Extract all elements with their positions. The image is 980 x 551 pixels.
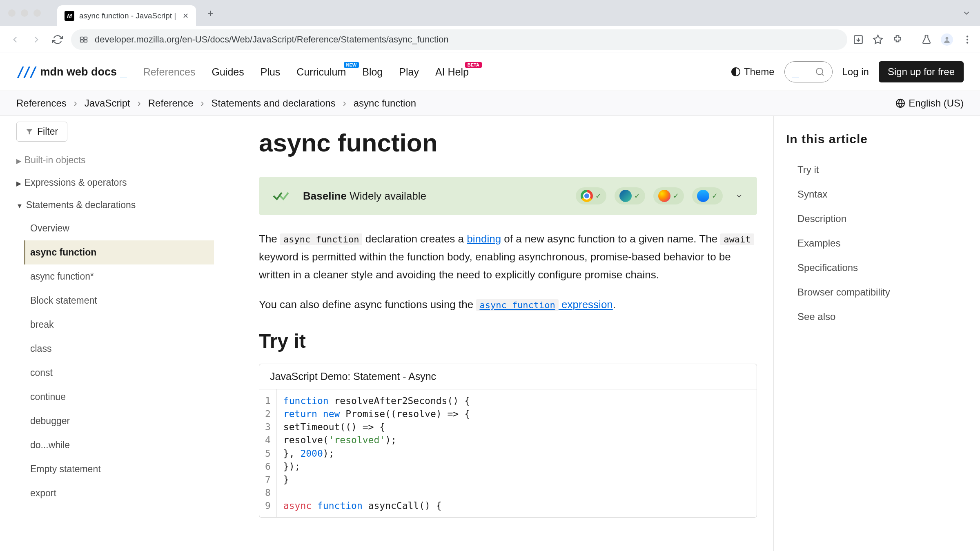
- svg-rect-2: [80, 40, 83, 42]
- nav-curriculum[interactable]: Curriculum NEW: [296, 66, 346, 78]
- svg-point-10: [967, 38, 968, 40]
- address-bar[interactable]: developer.mozilla.org/en-US/docs/Web/Jav…: [71, 29, 847, 50]
- search-button[interactable]: _: [784, 61, 833, 82]
- sidebar-item[interactable]: export: [25, 481, 214, 505]
- sidebar-item[interactable]: async function: [24, 240, 214, 264]
- sidebar-item[interactable]: async function*: [25, 264, 214, 289]
- mdn-logo[interactable]: /// mdn web docs _: [16, 64, 127, 80]
- filter-icon: [26, 128, 33, 136]
- tab-title: async function - JavaScript |: [79, 11, 178, 20]
- extensions-icon[interactable]: [892, 34, 903, 45]
- page-title: async function: [259, 128, 757, 157]
- breadcrumb-bar: References › JavaScript › Reference › St…: [0, 91, 980, 116]
- nav-blog[interactable]: Blog: [362, 66, 383, 78]
- reload-button[interactable]: [50, 32, 65, 47]
- firefox-support: ✓: [653, 187, 684, 204]
- toc-item[interactable]: Syntax: [786, 182, 929, 207]
- tab-overflow-button[interactable]: [962, 9, 980, 18]
- sidebar-section[interactable]: ▶Expressions & operators: [16, 171, 214, 194]
- new-tab-button[interactable]: +: [200, 7, 221, 20]
- maximize-window[interactable]: [33, 9, 41, 17]
- site-settings-icon[interactable]: [79, 35, 88, 44]
- back-button[interactable]: [7, 32, 23, 47]
- breadcrumb: References › JavaScript › Reference › St…: [16, 98, 416, 109]
- edge-support: ✓: [615, 187, 645, 204]
- labs-icon[interactable]: [921, 34, 932, 45]
- expression-link[interactable]: async function expression: [476, 298, 612, 311]
- sidebar-section[interactable]: ▼Statements & declarations: [16, 194, 214, 216]
- sidebar-section[interactable]: ▶Built-in objects: [16, 149, 214, 171]
- sidebar-item[interactable]: class: [25, 337, 214, 361]
- browser-support: ✓ ✓ ✓ ✓: [576, 187, 743, 204]
- close-window[interactable]: [8, 9, 16, 17]
- breadcrumb-item[interactable]: Reference: [148, 98, 194, 109]
- breadcrumb-item[interactable]: Statements and declarations: [212, 98, 336, 109]
- toc-item[interactable]: Browser compatibility: [786, 280, 929, 304]
- mdn-logo-text: mdn web docs: [40, 66, 117, 78]
- sidebar-item[interactable]: Block statement: [25, 289, 214, 313]
- breadcrumb-item[interactable]: JavaScript: [85, 98, 130, 109]
- forward-button[interactable]: [29, 32, 44, 47]
- language-selector[interactable]: English (US): [895, 98, 964, 109]
- nav-plus[interactable]: Plus: [261, 66, 281, 78]
- browser-toolbar: developer.mozilla.org/en-US/docs/Web/Jav…: [0, 26, 980, 53]
- login-link[interactable]: Log in: [842, 66, 869, 78]
- intro-paragraph: The async function declaration creates a…: [259, 230, 757, 284]
- sidebar-item[interactable]: Empty statement: [25, 457, 214, 481]
- caret-down-icon: ▼: [16, 202, 23, 210]
- check-icon: ✓: [595, 191, 601, 200]
- baseline-text: Baseline Widely available: [303, 190, 426, 202]
- code-editor[interactable]: 123456789 function resolveAfter2Seconds(…: [259, 389, 757, 518]
- beta-badge: BETA: [465, 62, 482, 68]
- toc-item[interactable]: See also: [786, 304, 929, 329]
- chevron-down-icon[interactable]: [731, 192, 743, 200]
- code-inline: async function: [476, 299, 558, 311]
- minimize-window[interactable]: [21, 9, 28, 17]
- sidebar-item[interactable]: continue: [25, 385, 214, 409]
- filter-button[interactable]: Filter: [16, 122, 67, 142]
- svg-point-11: [967, 42, 968, 43]
- globe-icon: [895, 98, 905, 108]
- nav-references[interactable]: References: [143, 66, 196, 78]
- bookmark-icon[interactable]: [873, 34, 883, 45]
- search-cursor: _: [792, 65, 799, 79]
- profile-icon[interactable]: [941, 33, 953, 46]
- tryit-heading: Try it: [259, 330, 757, 352]
- nav-guides[interactable]: Guides: [212, 66, 244, 78]
- edge-icon: [619, 190, 632, 202]
- sidebar-item[interactable]: do...while: [25, 433, 214, 457]
- sidebar-item[interactable]: const: [25, 361, 214, 385]
- nav-play[interactable]: Play: [399, 66, 419, 78]
- browser-tab[interactable]: M async function - JavaScript | ✕: [57, 5, 196, 26]
- theme-icon: [731, 67, 741, 77]
- check-icon: [273, 189, 292, 202]
- breadcrumb-item[interactable]: async function: [354, 98, 416, 109]
- nav-ai-help[interactable]: AI Help BETA: [435, 66, 469, 78]
- url-text: developer.mozilla.org/en-US/docs/Web/Jav…: [95, 34, 449, 45]
- sidebar-item[interactable]: Overview: [25, 216, 214, 240]
- sidebar-item[interactable]: break: [25, 313, 214, 337]
- toc-item[interactable]: Examples: [786, 231, 929, 256]
- chrome-support: ✓: [576, 187, 606, 204]
- tab-close-icon[interactable]: ✕: [183, 11, 189, 20]
- install-app-icon[interactable]: [853, 34, 864, 45]
- check-icon: ✓: [712, 191, 718, 200]
- toc-item[interactable]: Specifications: [786, 256, 929, 280]
- code-demo: JavaScript Demo: Statement - Async 12345…: [259, 364, 757, 518]
- intro-paragraph: You can also define async functions usin…: [259, 295, 757, 313]
- breadcrumb-item[interactable]: References: [16, 98, 67, 109]
- signup-button[interactable]: Sign up for free: [879, 61, 964, 82]
- toc-item[interactable]: Try it: [786, 158, 929, 182]
- sidebar-item[interactable]: debugger: [25, 409, 214, 433]
- chevron-right-icon: ›: [343, 98, 346, 109]
- theme-toggle[interactable]: Theme: [731, 66, 775, 78]
- svg-point-13: [816, 68, 823, 75]
- separator: [912, 34, 912, 45]
- tab-favicon: M: [65, 11, 74, 21]
- toc-item[interactable]: Description: [786, 207, 929, 231]
- binding-link[interactable]: binding: [467, 233, 501, 245]
- baseline-banner: Baseline Widely available ✓ ✓ ✓ ✓: [259, 177, 757, 215]
- menu-icon[interactable]: [962, 34, 973, 45]
- code-content: function resolveAfter2Seconds() { return…: [277, 389, 477, 518]
- toc: In this article Try itSyntaxDescriptionE…: [773, 116, 945, 551]
